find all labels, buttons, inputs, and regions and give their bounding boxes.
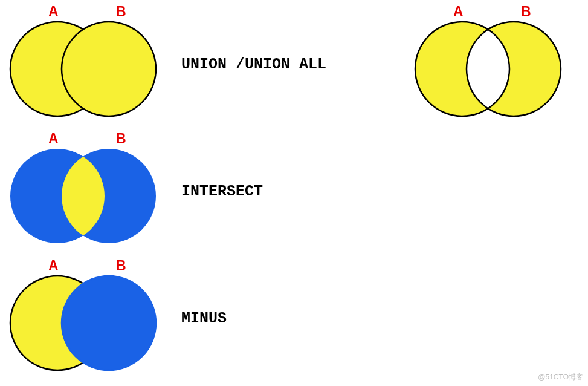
result-row: A B [411,4,568,125]
intersect-set-a-label: A [48,131,59,147]
minus-circle-b [62,276,156,370]
result-venn-svg [411,19,568,122]
union-venn: A B [6,4,163,125]
minus-venn-svg [6,273,163,376]
union-row: A B UNION /UNION ALL [6,4,326,125]
union-set-a-label: A [48,4,59,20]
union-circle-b [62,22,156,116]
intersect-venn: A B [6,131,163,252]
minus-venn: A B [6,258,163,379]
minus-operation-label: MINUS [181,310,227,327]
union-venn-svg [6,19,163,122]
minus-row: A B MINUS [6,258,227,379]
intersect-operation-label: INTERSECT [181,183,263,200]
minus-set-a-label: A [48,258,59,274]
result-venn: A B [411,4,568,125]
result-set-b-label: B [521,4,531,20]
intersect-set-b-label: B [116,131,126,147]
result-set-a-label: A [453,4,464,20]
watermark: @51CTO博客 [538,372,583,382]
intersect-venn-svg [6,146,163,249]
union-operation-label: UNION /UNION ALL [181,56,326,73]
minus-set-b-label: B [116,258,126,274]
intersect-row: A B INTERSECT [6,131,263,252]
union-set-b-label: B [116,4,126,20]
